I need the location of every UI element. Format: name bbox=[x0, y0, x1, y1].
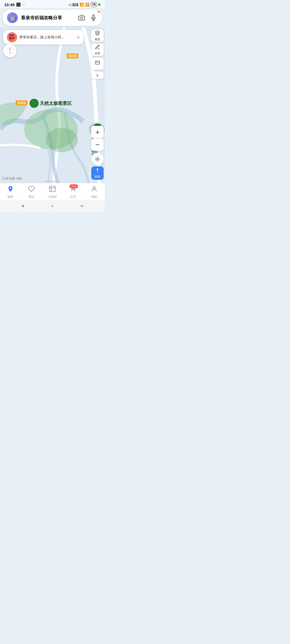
notification-avatar: 👺 bbox=[7, 32, 17, 42]
svg-point-0 bbox=[81, 17, 83, 19]
message-icon bbox=[95, 60, 100, 67]
hotel-icon bbox=[49, 186, 56, 194]
road-badge-s222: S222 bbox=[16, 100, 27, 105]
taxi-discount-badge: 2折起 bbox=[70, 184, 78, 188]
nav-label-mine: 我的 bbox=[91, 195, 97, 199]
tiktok-icon: ⬛ bbox=[16, 2, 21, 7]
battery-dot bbox=[98, 3, 100, 6]
route-button[interactable]: 路线 bbox=[91, 166, 104, 180]
layers-label: 图层 bbox=[95, 38, 100, 41]
profile-icon bbox=[91, 186, 98, 194]
search-bar[interactable]: 🤖 香泉寺祈福攻略分享 bbox=[3, 10, 102, 26]
status-icons: ◁ HD 📶 🛜 74 bbox=[68, 2, 100, 7]
svg-rect-11 bbox=[96, 61, 100, 64]
nearby-icon bbox=[28, 186, 35, 194]
notification-bar: 👺 梦里有童话，路上有我小阿... ✕ bbox=[3, 30, 84, 45]
route-arrow-icon bbox=[95, 167, 100, 174]
status-time: 10:45 bbox=[4, 2, 15, 7]
chevron-down-button[interactable]: ∨ bbox=[91, 71, 104, 79]
feedback-label: 反馈 bbox=[95, 52, 100, 55]
search-action-icons bbox=[77, 13, 98, 22]
svg-rect-15 bbox=[49, 186, 55, 192]
menu-button[interactable]: ≡ bbox=[19, 202, 27, 210]
zoom-out-button[interactable]: − bbox=[91, 138, 104, 151]
navigation-icon: ◁ bbox=[68, 3, 71, 7]
svg-point-5 bbox=[46, 128, 78, 152]
road-badge-s225: S225 bbox=[67, 53, 78, 58]
nav-item-hotel[interactable]: 订酒店 bbox=[42, 185, 63, 199]
more-dots: ··· bbox=[22, 2, 26, 7]
nav-item-travel[interactable]: 出行 bbox=[0, 185, 21, 199]
signal-bars: 📶 bbox=[79, 3, 84, 7]
feedback-button[interactable]: 反馈 bbox=[91, 43, 104, 56]
nav-item-nearby[interactable]: 周边 bbox=[21, 185, 42, 199]
zoom-controls: + − bbox=[91, 126, 104, 151]
nav-label-hotel: 订酒店 bbox=[48, 195, 57, 199]
svg-point-13 bbox=[97, 158, 98, 160]
camera-button[interactable] bbox=[77, 13, 86, 22]
wifi-icon: 🛜 bbox=[85, 3, 89, 7]
zoom-in-button[interactable]: + bbox=[91, 126, 104, 138]
battery-display: 74 bbox=[91, 2, 97, 7]
svg-point-19 bbox=[93, 186, 96, 189]
baidu-watermark: 百度地图 V20 bbox=[2, 176, 23, 181]
poi-pin: 🌲 bbox=[30, 99, 39, 108]
poi-text: 天然太极图景区 bbox=[40, 100, 72, 107]
search-title[interactable]: 香泉寺祈福攻略分享 bbox=[21, 15, 74, 21]
chevron-down-icon: ∨ bbox=[96, 73, 99, 78]
back-button[interactable]: < bbox=[78, 202, 86, 210]
nav-label-travel: 出行 bbox=[8, 195, 13, 199]
nav-item-taxi[interactable]: 2折起 打车 bbox=[63, 185, 84, 199]
notification-text: 梦里有童话，路上有我小阿... bbox=[19, 35, 74, 40]
hd-label: HD bbox=[73, 3, 78, 6]
feedback-icon bbox=[95, 44, 100, 51]
layers-icon bbox=[95, 30, 100, 37]
layers-button[interactable]: 图层 bbox=[91, 30, 104, 42]
right-sidebar: 图层 反馈 ∨ bbox=[91, 30, 104, 79]
location-button[interactable] bbox=[91, 153, 104, 165]
nav-item-mine[interactable]: 我的 bbox=[84, 185, 105, 199]
search-avatar: 🤖 bbox=[7, 12, 18, 23]
route-label: 路线 bbox=[95, 175, 100, 179]
svg-marker-10 bbox=[95, 31, 100, 33]
map-area[interactable]: 👺 梦里有童话，路上有我小阿... ✕ S225 S222 🌲 天然太极图景区 … bbox=[0, 27, 105, 183]
home-indicator: ≡ ○ < bbox=[0, 200, 105, 212]
microphone-button[interactable] bbox=[89, 13, 98, 22]
nav-label-nearby: 周边 bbox=[28, 195, 34, 199]
compass[interactable] bbox=[3, 44, 17, 57]
poi-taijitu[interactable]: 🌲 天然太极图景区 bbox=[30, 99, 72, 108]
message-button[interactable] bbox=[91, 57, 104, 70]
home-button[interactable]: ○ bbox=[48, 202, 56, 210]
drag-handle[interactable] bbox=[44, 181, 60, 182]
bottom-nav: 出行 周边 订酒店 bbox=[0, 183, 105, 200]
nav-label-taxi: 打车 bbox=[70, 195, 76, 199]
status-bar: 10:45 ⬛ ··· ◁ HD 📶 🛜 74 bbox=[0, 0, 105, 8]
travel-icon bbox=[7, 186, 14, 194]
notification-close-button[interactable]: ✕ bbox=[77, 35, 80, 40]
version-badge: V20 bbox=[16, 177, 23, 180]
svg-point-14 bbox=[96, 157, 100, 161]
